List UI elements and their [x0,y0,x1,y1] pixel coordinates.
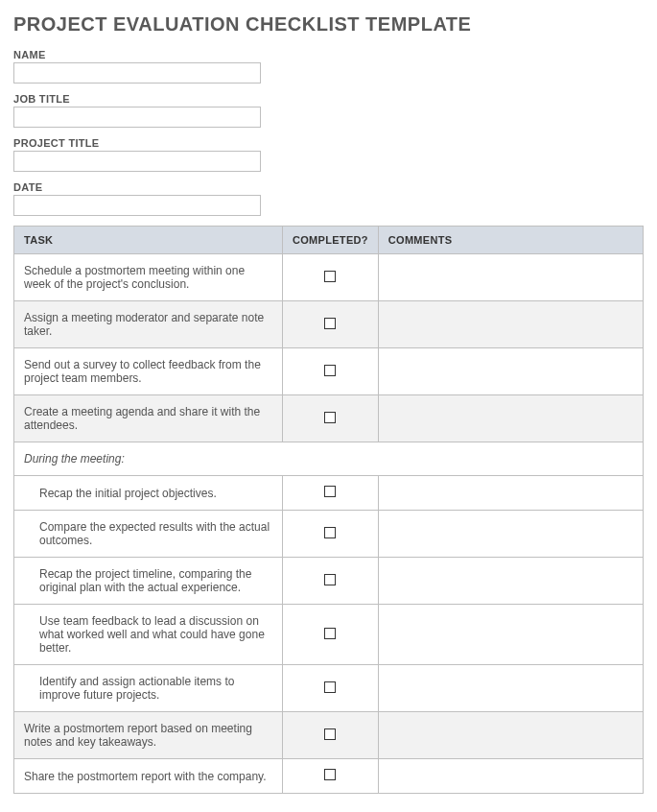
completed-cell [283,348,379,395]
comments-cell[interactable] [378,301,643,348]
project-title-field-group: PROJECT TITLE [13,137,644,172]
section-heading: During the meeting: [14,442,644,476]
comments-cell[interactable] [378,395,643,442]
comments-cell[interactable] [378,476,643,511]
checkbox[interactable] [324,769,336,780]
completed-cell [283,254,379,301]
name-input[interactable] [13,62,261,84]
task-cell: Create a meeting agenda and share it wit… [14,395,283,442]
name-field-group: NAME [13,49,644,84]
table-row: Use team feedback to lead a discussion o… [14,605,644,665]
completed-cell [283,476,379,511]
checkbox[interactable] [324,365,336,376]
job-title-label: JOB TITLE [13,93,644,105]
table-row: During the meeting: [14,442,644,476]
task-cell: Schedule a postmortem meeting within one… [14,254,283,301]
task-cell: Use team feedback to lead a discussion o… [14,605,283,665]
date-field-group: DATE [13,181,644,216]
header-completed: COMPLETED? [283,227,379,254]
job-title-field-group: JOB TITLE [13,93,644,128]
comments-cell[interactable] [378,348,643,395]
comments-cell[interactable] [378,759,643,794]
task-cell: Identify and assign actionable items to … [14,665,283,712]
completed-cell [283,511,379,558]
checkbox[interactable] [324,318,336,329]
comments-cell[interactable] [378,712,643,759]
project-title-input[interactable] [13,151,261,172]
table-row: Recap the initial project objectives. [14,476,644,511]
checkbox[interactable] [324,728,336,740]
checkbox[interactable] [324,574,336,585]
checkbox[interactable] [324,486,336,497]
project-title-label: PROJECT TITLE [13,137,644,149]
task-cell: Recap the initial project objectives. [14,476,283,511]
table-row: Write a postmortem report based on meeti… [14,712,644,759]
task-cell: Compare the expected results with the ac… [14,511,283,558]
table-header-row: TASK COMPLETED? COMMENTS [14,227,644,254]
comments-cell[interactable] [378,511,643,558]
name-label: NAME [13,49,644,60]
completed-cell [283,712,379,759]
task-cell: Write a postmortem report based on meeti… [14,712,283,759]
completed-cell [283,301,379,348]
checkbox[interactable] [324,527,336,538]
table-row: Assign a meeting moderator and separate … [14,301,644,348]
table-row: Identify and assign actionable items to … [14,665,644,712]
page-title: PROJECT EVALUATION CHECKLIST TEMPLATE [13,13,644,36]
header-task: TASK [14,227,283,254]
completed-cell [283,605,379,665]
task-cell: Share the postmortem report with the com… [14,759,283,794]
task-cell: Send out a survey to collect feedback fr… [14,348,283,395]
completed-cell [283,395,379,442]
checkbox[interactable] [324,681,336,693]
job-title-input[interactable] [13,107,261,128]
checkbox[interactable] [324,412,336,423]
comments-cell[interactable] [378,665,643,712]
table-row: Send out a survey to collect feedback fr… [14,348,644,395]
checkbox[interactable] [324,271,336,282]
table-row: Share the postmortem report with the com… [14,759,644,794]
completed-cell [283,665,379,712]
table-row: Recap the project timeline, comparing th… [14,558,644,605]
checkbox[interactable] [324,628,336,639]
checklist-table: TASK COMPLETED? COMMENTS Schedule a post… [13,226,644,794]
table-row: Compare the expected results with the ac… [14,511,644,558]
date-label: DATE [13,181,644,193]
comments-cell[interactable] [378,558,643,605]
header-comments: COMMENTS [378,227,643,254]
completed-cell [283,558,379,605]
comments-cell[interactable] [378,605,643,665]
comments-cell[interactable] [378,254,643,301]
date-input[interactable] [13,195,261,216]
table-row: Schedule a postmortem meeting within one… [14,254,644,301]
task-cell: Assign a meeting moderator and separate … [14,301,283,348]
table-row: Create a meeting agenda and share it wit… [14,395,644,442]
task-cell: Recap the project timeline, comparing th… [14,558,283,605]
completed-cell [283,759,379,794]
